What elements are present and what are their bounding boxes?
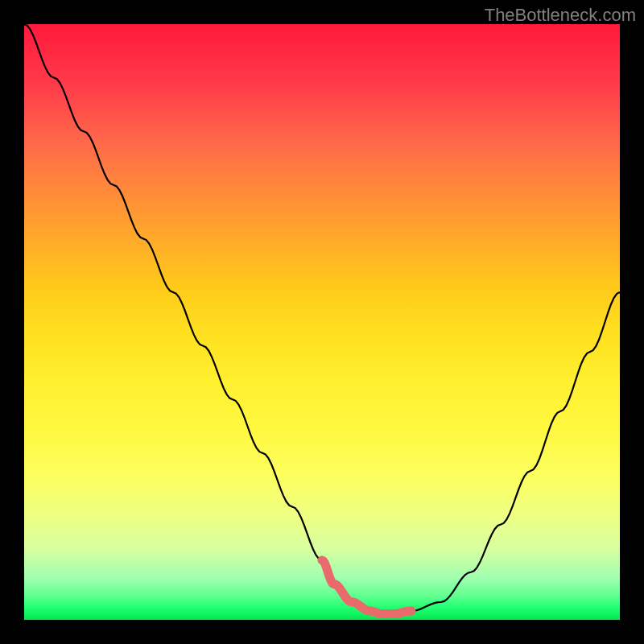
attribution-text: TheBottleneck.com: [485, 5, 636, 26]
chart-plot-area: [24, 24, 620, 620]
curve-svg: [24, 24, 620, 620]
highlight-segment: [322, 560, 411, 614]
bottleneck-curve: [24, 24, 620, 614]
